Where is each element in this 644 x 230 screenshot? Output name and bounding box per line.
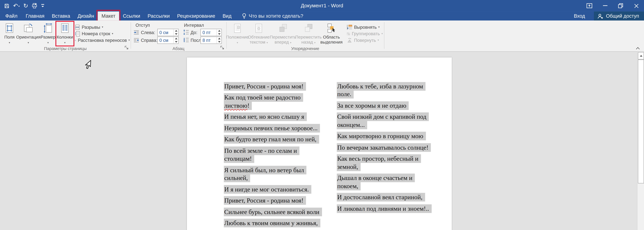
selected-text[interactable]: столицам!: [224, 154, 254, 163]
selected-text[interactable]: Я сильный был, но ветер был: [224, 166, 306, 174]
selected-text[interactable]: И я нигде не мог остановиться.: [224, 185, 311, 194]
selected-text[interactable]: Как миротворно в горницу мою: [337, 132, 426, 140]
selected-text[interactable]: Как под твоей мне радостно: [224, 93, 303, 102]
indent-right-spinner[interactable]: [173, 37, 178, 43]
paragraph: Я сильный был, но ветер былсильней,: [224, 166, 330, 182]
spacing-before-row: До:: [183, 29, 197, 36]
misspelled-word[interactable]: листвою: [224, 102, 248, 109]
selected-text[interactable]: сильней,: [224, 174, 250, 182]
selected-text[interactable]: Как весь простор, небесный и: [337, 154, 421, 163]
tab-home[interactable]: Главная: [22, 11, 48, 20]
text-line[interactable]: Привет, Россия - родина моя!: [224, 82, 330, 90]
selected-text[interactable]: Любовь к тебе, изба в лазурном: [337, 82, 426, 90]
spacing-after-input[interactable]: 8 пт: [200, 36, 222, 44]
scrollbar-thumb[interactable]: [638, 59, 644, 183]
text-line[interactable]: Дышал в оконце счастьем и: [337, 174, 443, 182]
restore-button[interactable]: [613, 0, 628, 11]
text-line[interactable]: Незримых певчих пенье хоровое...: [224, 124, 330, 132]
text-line[interactable]: Свой низкий дом с крапивой под: [337, 113, 443, 121]
text-line[interactable]: покоем,: [337, 182, 443, 190]
ribbon-display-options-button[interactable]: [582, 0, 597, 11]
selected-text[interactable]: И достославной веял стариной,: [337, 193, 425, 202]
indent-right-input[interactable]: 0 см: [157, 36, 178, 44]
selected-text[interactable]: Сильнее бурь, сильнее всякой воли: [224, 208, 322, 216]
text-line[interactable]: Любовь к тебе, изба в лазурном: [337, 82, 443, 90]
selected-text[interactable]: Свой низкий дом с крапивой под: [337, 112, 429, 121]
selected-text[interactable]: Любовь к твоим овинам у жнивья,: [224, 219, 320, 228]
selected-text[interactable]: оконцем...: [337, 120, 367, 129]
text-line[interactable]: Я сильный был, но ветер был: [224, 166, 330, 174]
tab-review[interactable]: Рецензирование: [173, 11, 219, 20]
selected-text[interactable]: Дышал в оконце счастьем и: [337, 174, 415, 182]
indent-left-input[interactable]: 0 см: [157, 29, 178, 36]
text-line[interactable]: По вечерам закатывалось солнце!: [337, 143, 443, 151]
tab-mailings[interactable]: Рассылки: [144, 11, 173, 20]
selected-text[interactable]: Незримых певчих пенье хоровое...: [224, 124, 320, 132]
selected-text[interactable]: поле.: [337, 90, 354, 98]
text-line[interactable]: оконцем...: [337, 121, 443, 129]
selection-pane-button[interactable]: Область выделения: [321, 22, 342, 46]
text-line[interactable]: Любовь к твоим овинам у жнивья,: [224, 219, 330, 227]
text-line[interactable]: И ликовал под ливнями и зноем!..: [337, 205, 443, 213]
text-line[interactable]: Как будто ветер гнал меня по ней,: [224, 135, 330, 143]
hyphenation-button[interactable]: а-бс Расстановка переносов▾: [75, 37, 130, 43]
minimize-button[interactable]: [597, 0, 613, 11]
page-setup-dialog-launcher[interactable]: [124, 45, 129, 50]
tab-layout[interactable]: Макет: [98, 11, 119, 20]
document-page[interactable]: Привет, Россия - родина моя!Как под твое…: [187, 57, 452, 230]
text-line[interactable]: И я нигде не мог остановиться.: [224, 185, 330, 193]
text-line[interactable]: Как под твоей мне радостно: [224, 93, 330, 101]
selected-text[interactable]: По всей земле - по селам и: [224, 146, 300, 155]
line-numbers-button[interactable]: Номера строк▾: [75, 31, 130, 36]
text-line[interactable]: Как весь простор, небесный и: [337, 155, 443, 163]
selected-text[interactable]: И ликовал под ливнями и зноем!..: [337, 204, 432, 213]
spacing-after-spinner[interactable]: [216, 37, 221, 43]
text-line[interactable]: поле.: [337, 90, 443, 98]
tab-file[interactable]: Файл: [1, 11, 22, 20]
orientation-button[interactable]: Ориентация▾: [17, 22, 40, 46]
text-line[interactable]: земной,: [337, 162, 443, 171]
paragraph: Любовь к твоим овинам у жнивья,: [224, 219, 330, 227]
selected-text[interactable]: Привет, Россия - родина моя!: [224, 82, 306, 90]
selected-text[interactable]: И пенья нет, но ясно слышу я: [224, 112, 307, 121]
align-button[interactable]: Выровнять▾: [346, 24, 383, 30]
text-line[interactable]: И пенья нет, но ясно слышу я: [224, 113, 330, 121]
tab-design[interactable]: Дизайн: [74, 11, 98, 20]
selected-text[interactable]: Привет, Россия - родина моя!: [224, 196, 306, 205]
collapse-ribbon-button[interactable]: [635, 46, 640, 50]
tab-view[interactable]: Вид: [219, 11, 235, 20]
selected-text[interactable]: За все хоромы я не отдаю: [337, 101, 409, 110]
text-line[interactable]: Как миротворно в горницу мою: [337, 132, 443, 140]
selected-text[interactable]: По вечерам закатывалось солнце!: [337, 143, 431, 152]
margins-button[interactable]: Поля▾: [2, 22, 17, 46]
indent-left-spinner[interactable]: [173, 29, 178, 36]
columns-button[interactable]: Колонки▾: [56, 22, 74, 46]
tell-me-search[interactable]: Что вы хотите сделать?: [242, 11, 303, 20]
text-line[interactable]: столицам!: [224, 155, 330, 163]
text-line[interactable]: листвою!: [224, 101, 330, 109]
paragraph: За все хоромы я не отдаю: [337, 101, 443, 109]
document-area[interactable]: Привет, Россия - родина моя!Как под твое…: [0, 52, 644, 230]
text-line[interactable]: сильней,: [224, 174, 330, 182]
selected-text[interactable]: покоем,: [337, 182, 361, 190]
selected-text[interactable]: земной,: [337, 162, 361, 171]
close-button[interactable]: [628, 0, 644, 11]
selected-text[interactable]: Как будто ветер гнал меня по ней,: [224, 135, 319, 144]
sign-in-button[interactable]: Вход: [574, 11, 585, 20]
spacing-before-spinner[interactable]: [216, 29, 221, 36]
scroll-up-button[interactable]: [638, 52, 644, 59]
text-line[interactable]: Привет, Россия - родина моя!: [224, 196, 330, 205]
text-line[interactable]: За все хоромы я не отдаю: [337, 101, 443, 109]
breaks-button[interactable]: Разрывы▾: [75, 24, 130, 30]
tab-insert[interactable]: Вставка: [48, 11, 74, 20]
vertical-scrollbar[interactable]: [637, 52, 644, 230]
selected-text[interactable]: листвою!: [224, 101, 252, 110]
text-line[interactable]: По всей земле - по селам и: [224, 147, 330, 155]
share-button[interactable]: Общий доступ: [594, 11, 644, 20]
spacing-before-input[interactable]: 0 пт: [200, 29, 222, 36]
text-line[interactable]: И достославной веял стариной,: [337, 193, 443, 201]
paragraph-dialog-launcher[interactable]: [220, 45, 224, 50]
text-line[interactable]: Сильнее бурь, сильнее всякой воли: [224, 208, 330, 216]
size-button[interactable]: Размер▾: [40, 22, 56, 46]
tab-references[interactable]: Ссылки: [119, 11, 144, 20]
